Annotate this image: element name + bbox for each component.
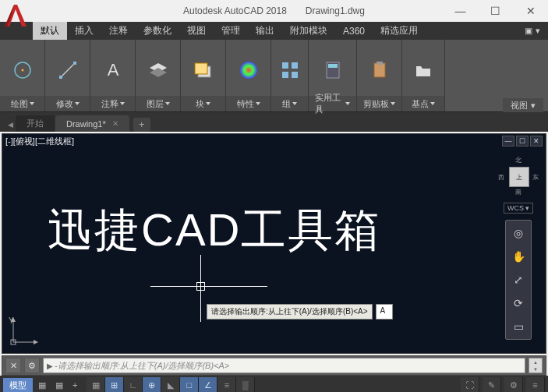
tab-drawing1[interactable]: Drawing1*✕ [55,115,129,132]
command-prompt-text: -请选择输出顺序:从上往下(A)/选择顺序(B)<A> [55,360,229,372]
ribbon-group-block[interactable]: 块 [181,40,226,111]
view-label[interactable]: [-][俯视][二维线框] [5,136,74,147]
viewport-maximize[interactable]: ☐ [516,136,529,147]
svg-point-1 [21,69,23,72]
steering-wheel-icon[interactable]: ◎ [509,224,528,242]
status-scale[interactable]: ⛶ [461,377,479,392]
menu-collapse[interactable]: ▣▾ [517,22,548,40]
menu-a360[interactable]: A360 [335,22,373,40]
layout1-tab[interactable]: ▦ [34,379,51,392]
text-icon: A [101,58,125,82]
menubar: 默认 插入 注释 参数化 视图 管理 输出 附加模块 A360 精选应用 ▣▾ [0,22,548,40]
tab-add-button[interactable]: + [133,118,150,132]
status-menu[interactable]: ≡ [526,377,545,392]
viewcube[interactable]: 北 南 西 东 上 [498,156,539,196]
ribbon-group-draw[interactable]: 绘图 [0,40,45,111]
tab-start[interactable]: 开始 [16,115,55,132]
toggle-polar[interactable]: ⊕ [143,377,161,392]
drawing-area[interactable]: [-][俯视][二维线框] — ☐ ✕ 迅捷CAD工具箱 请选择输出顺序:从上往… [2,133,546,354]
ribbon-view-dropdown[interactable]: 视图 ▾ [503,98,543,112]
menu-addons[interactable]: 附加模块 [282,22,335,40]
svg-rect-14 [328,64,338,68]
menu-insert[interactable]: 插入 [67,22,101,40]
file-tabs: ◀ 开始 Drawing1*✕ + [0,112,548,132]
modify-icon [56,58,80,82]
layers-icon [147,58,170,82]
menu-annotate[interactable]: 注释 [101,22,136,40]
viewcube-face[interactable]: 上 [509,167,529,187]
svg-line-2 [61,63,75,77]
showmotion-icon[interactable]: ▭ [509,317,528,336]
toggle-osnap[interactable]: □ [180,377,199,392]
folder-icon [413,60,433,80]
pan-icon[interactable]: ✋ [509,247,528,266]
tab-close-icon[interactable]: ✕ [112,119,118,128]
app-title: Autodesk AutoCAD 2018 [183,5,287,16]
viewport-close[interactable]: ✕ [530,136,543,147]
ribbon-group-modify[interactable]: 修改 [45,40,90,111]
ribbon-label-modify: 修改 [56,98,73,110]
close-button[interactable]: ✕ [513,0,548,22]
ribbon-group-utilities[interactable]: 实用工具 [309,40,357,111]
toggle-ortho[interactable]: ∟ [124,377,143,392]
cmd-customize-button[interactable]: ⚙ [24,358,40,373]
viewport-minimize[interactable]: — [502,136,514,147]
status-bar: 模型 ▦ ▦ + ▦ ⊞ ∟ ⊕ ◣ □ ∠ ≡ ▒ ⛶ ✎ ⚙ ≡ [0,376,548,392]
ribbon-group-clipboard[interactable]: 剪贴板 [357,40,402,111]
zoom-extents-icon[interactable]: ⤢ [509,270,528,289]
navigation-bar: ◎ ✋ ⤢ ⟳ ▭ [505,220,532,340]
group-icon [280,60,300,80]
nav-panel: 北 南 西 东 上 WCS ▾ ◎ ✋ ⤢ ⟳ ▭ [494,156,543,340]
toggle-transparency[interactable]: ▒ [236,377,255,392]
ribbon-group-base[interactable]: 基点 [402,40,445,111]
chevron-down-icon [292,102,297,105]
ribbon-label-annotate: 注释 [101,98,118,110]
cmd-arrow-icon: ▶ [47,362,53,370]
toggle-lineweight[interactable]: ≡ [217,377,236,392]
svg-rect-7 [195,63,207,74]
properties-icon [237,58,260,82]
toggle-grid[interactable]: ▦ [87,377,105,392]
menu-manage[interactable]: 管理 [214,22,248,40]
model-tab[interactable]: 模型 [3,378,33,393]
status-workspace[interactable]: ⚙ [504,377,523,392]
ribbon-group-group[interactable]: 组 [271,40,309,111]
menu-parametric[interactable]: 参数化 [136,22,179,40]
ribbon-label-utilities: 实用工具 [315,92,344,115]
cmd-scroll[interactable]: ▲▼ [529,358,543,373]
file-title: Drawing1.dwg [306,5,365,16]
minimize-button[interactable]: — [443,0,478,22]
tab-scroll-left[interactable]: ◀ [5,118,16,132]
toggle-snap[interactable]: ⊞ [105,377,124,392]
svg-point-8 [240,62,257,79]
toggle-otrack[interactable]: ∠ [199,377,217,392]
crosshair-horizontal [150,286,267,287]
layout2-tab[interactable]: ▦ [51,379,68,392]
dynamic-prompt: 请选择输出顺序:从上往下(A)/选择顺序(B)<A> A [207,304,393,320]
wcs-label[interactable]: WCS ▾ [504,203,533,214]
status-annotation[interactable]: ✎ [483,377,501,392]
menu-default[interactable]: 默认 [33,22,67,40]
orbit-icon[interactable]: ⟳ [509,294,528,313]
toggle-iso[interactable]: ◣ [161,377,180,392]
ribbon-label-properties: 特性 [237,98,254,110]
menu-featured[interactable]: 精选应用 [373,22,426,40]
block-icon [192,58,215,82]
ribbon-group-properties[interactable]: 特性 [226,40,271,111]
ribbon-label-base: 基点 [412,98,429,110]
calculator-icon [322,59,344,81]
prompt-input[interactable]: A [376,304,393,320]
app-logo[interactable] [2,2,30,33]
ucs-icon[interactable] [9,316,40,347]
command-input[interactable]: ▶ -请选择输出顺序:从上往下(A)/选择顺序(B)<A> [43,358,525,373]
ribbon-group-annotate[interactable]: A 注释 [90,40,136,111]
svg-rect-16 [377,62,383,65]
layout-add[interactable]: + [68,379,82,391]
chevron-down-icon [120,102,125,105]
menu-output[interactable]: 输出 [248,22,282,40]
ribbon-group-layer[interactable]: 图层 [136,40,181,111]
menu-view[interactable]: 视图 [179,22,214,40]
svg-marker-20 [34,340,38,344]
cmd-recent-button[interactable]: ✕ [5,358,21,373]
maximize-button[interactable]: ☐ [478,0,513,22]
